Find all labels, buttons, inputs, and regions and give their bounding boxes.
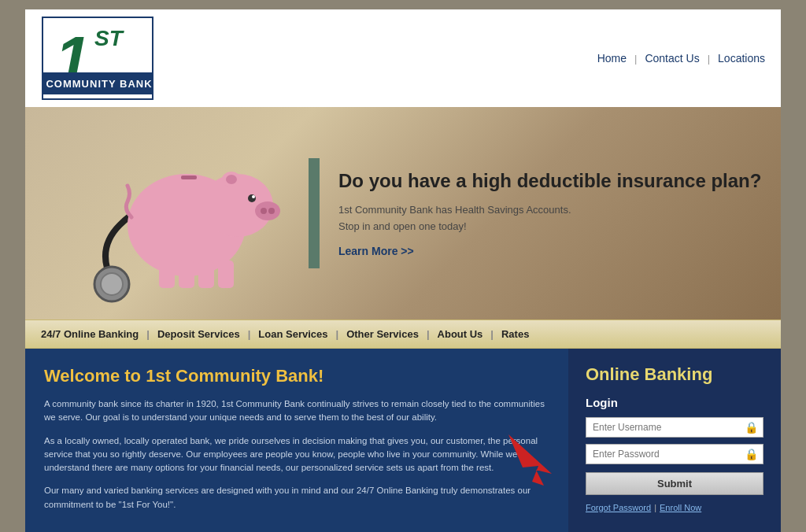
site-header: 1 ST COMMUNITY BANK Home | Contact Us | … (25, 9, 781, 107)
svg-rect-18 (179, 260, 194, 288)
svg-rect-17 (159, 260, 175, 288)
hero-banner: Do you have a high deductible insurance … (25, 107, 781, 320)
hero-image-area (25, 107, 309, 320)
login-links-row: Forgot Password | Enroll Now (586, 503, 763, 512)
enroll-now-link[interactable]: Enroll Now (660, 503, 701, 512)
hero-text-block: Do you have a high deductible insurance … (338, 168, 781, 258)
welcome-heading: Welcome to 1st Community Bank! (44, 366, 549, 386)
welcome-para-3: Our many and varied banking services are… (44, 484, 549, 512)
nav-sep-1: | (146, 328, 150, 340)
svg-point-13 (268, 208, 275, 214)
nav-sep-4: | (427, 328, 430, 340)
main-content-area: Welcome to 1st Community Bank! A communi… (25, 349, 781, 532)
nav-separator-1: | (634, 53, 637, 65)
welcome-para-1: A community bank since its charter in 19… (44, 397, 549, 425)
username-lock-icon: 🔒 (745, 421, 758, 434)
nav-deposit-services[interactable]: Deposit Services (157, 328, 240, 340)
welcome-section: Welcome to 1st Community Bank! A communi… (25, 349, 568, 532)
svg-rect-19 (198, 260, 214, 288)
locations-link[interactable]: Locations (718, 52, 765, 65)
username-input[interactable] (593, 422, 756, 433)
login-section-label: Login (586, 396, 763, 409)
online-banking-panel: Online Banking Login 🔒 🔒 Submit Forgot P… (568, 349, 781, 532)
svg-text:ST: ST (94, 26, 125, 50)
nav-sep-5: | (490, 328, 494, 340)
password-field-wrapper[interactable]: 🔒 (586, 444, 763, 464)
main-navigation-bar: 24/7 Online Banking | Deposit Services |… (25, 320, 781, 349)
nav-rates[interactable]: Rates (501, 328, 529, 340)
header-navigation: Home | Contact Us | Locations (597, 52, 765, 65)
svg-point-10 (226, 175, 237, 184)
nav-sep-2: | (248, 328, 251, 340)
nav-about-us[interactable]: About Us (438, 328, 483, 340)
online-banking-heading: Online Banking (586, 364, 763, 385)
nav-loan-services[interactable]: Loan Services (258, 328, 327, 340)
svg-rect-20 (218, 260, 234, 288)
nav-other-services[interactable]: Other Services (346, 328, 419, 340)
password-lock-icon: 🔒 (745, 448, 758, 460)
svg-text:COMMUNITY BANK: COMMUNITY BANK (46, 78, 152, 90)
username-field-wrapper[interactable]: 🔒 (586, 417, 763, 438)
nav-separator-2: | (708, 53, 710, 65)
site-logo[interactable]: 1 ST COMMUNITY BANK (41, 16, 157, 101)
svg-point-6 (101, 273, 123, 295)
svg-rect-16 (181, 175, 197, 179)
home-link[interactable]: Home (597, 52, 627, 65)
hero-subtitle-2: Stop in and open one today! (338, 220, 781, 232)
piggy-bank-image (49, 123, 285, 312)
svg-point-14 (248, 194, 256, 202)
learn-more-link[interactable]: Learn More >> (338, 245, 414, 257)
hero-text-content: Do you have a high deductible insurance … (309, 158, 781, 268)
password-input[interactable] (593, 449, 756, 460)
welcome-para-2: As a locally owned, locally operated ban… (44, 434, 549, 475)
nav-online-banking[interactable]: 24/7 Online Banking (41, 328, 139, 340)
svg-point-15 (252, 195, 255, 198)
submit-button[interactable]: Submit (586, 472, 763, 495)
hero-title: Do you have a high deductible insurance … (338, 168, 781, 193)
hero-subtitle-1: 1st Community Bank has Health Savings Ac… (338, 204, 781, 216)
hero-accent-bar (309, 158, 320, 268)
nav-sep-3: | (335, 328, 338, 340)
contact-us-link[interactable]: Contact Us (645, 52, 699, 65)
svg-point-11 (255, 201, 280, 220)
links-separator: | (654, 503, 656, 512)
forgot-password-link[interactable]: Forgot Password (586, 503, 651, 512)
svg-point-12 (261, 208, 267, 214)
